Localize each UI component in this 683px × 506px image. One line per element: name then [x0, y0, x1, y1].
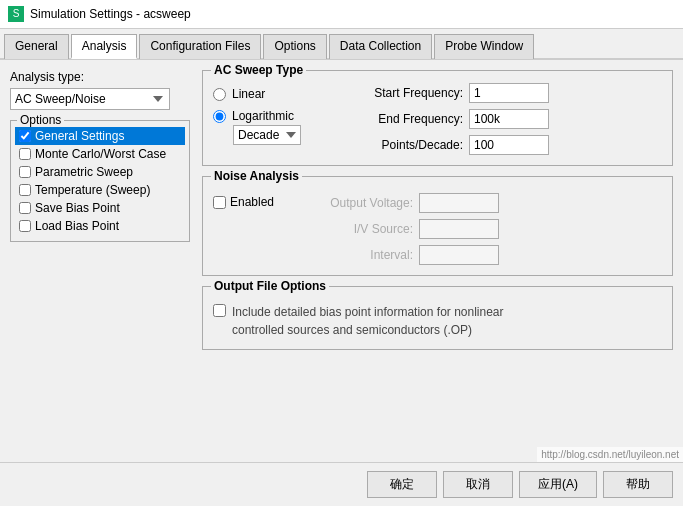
logarithmic-label: Logarithmic	[232, 109, 294, 123]
right-panel: AC Sweep Type Linear Logarithmic	[202, 70, 673, 432]
option-load-bias-point[interactable]: Load Bias Point	[15, 217, 185, 235]
ac-sweep-section: AC Sweep Type Linear Logarithmic	[202, 70, 673, 166]
decade-select[interactable]: Decade Octave	[233, 125, 301, 145]
output-file-checkbox[interactable]	[213, 304, 226, 317]
end-freq-row: End Frequency:	[353, 109, 549, 129]
points-decade-row: Points/Decade:	[353, 135, 549, 155]
tab-bar: General Analysis Configuration Files Opt…	[0, 29, 683, 60]
points-decade-input[interactable]	[469, 135, 549, 155]
help-button[interactable]: 帮助	[603, 471, 673, 498]
tab-general[interactable]: General	[4, 34, 69, 59]
ok-button[interactable]: 确定	[367, 471, 437, 498]
sweep-fields: Start Frequency: End Frequency: Points/D…	[353, 83, 549, 155]
noise-title: Noise Analysis	[211, 169, 302, 183]
output-voltage-input[interactable]	[419, 193, 499, 213]
option-load-bias-point-label: Load Bias Point	[35, 219, 119, 233]
linear-radio-item[interactable]: Linear	[213, 87, 343, 101]
option-general-settings-checkbox[interactable]	[19, 130, 31, 142]
options-group: Options General Settings Monte Carlo/Wor…	[10, 120, 190, 242]
option-load-bias-point-checkbox[interactable]	[19, 220, 31, 232]
button-bar: 确定 取消 应用(A) 帮助	[0, 462, 683, 506]
title-bar: S Simulation Settings - acsweep	[0, 0, 683, 29]
option-general-settings[interactable]: General Settings	[15, 127, 185, 145]
start-freq-row: Start Frequency:	[353, 83, 549, 103]
ac-sweep-title: AC Sweep Type	[211, 63, 306, 77]
option-parametric-sweep[interactable]: Parametric Sweep	[15, 163, 185, 181]
option-save-bias-point[interactable]: Save Bias Point	[15, 199, 185, 217]
logarithmic-radio[interactable]	[213, 110, 226, 123]
tab-options[interactable]: Options	[263, 34, 326, 59]
output-voltage-label: Output Voltage:	[323, 196, 413, 210]
option-monte-carlo-label: Monte Carlo/Worst Case	[35, 147, 166, 161]
option-general-settings-label: General Settings	[35, 129, 124, 143]
cancel-button[interactable]: 取消	[443, 471, 513, 498]
noise-enabled-wrap[interactable]: Enabled	[213, 193, 323, 265]
interval-row: Interval:	[323, 245, 662, 265]
noise-enabled-label: Enabled	[230, 195, 274, 209]
output-file-text: Include detailed bias point information …	[232, 303, 504, 339]
iv-source-input[interactable]	[419, 219, 499, 239]
output-file-section: Output File Options Include detailed bia…	[202, 286, 673, 350]
options-legend: Options	[17, 113, 64, 127]
option-temperature-sweep[interactable]: Temperature (Sweep)	[15, 181, 185, 199]
points-decade-label: Points/Decade:	[353, 138, 463, 152]
tab-probe-window[interactable]: Probe Window	[434, 34, 534, 59]
main-content: Analysis type: AC Sweep/Noise Options Ge…	[0, 60, 683, 442]
output-file-title: Output File Options	[211, 279, 329, 293]
analysis-type-select[interactable]: AC Sweep/Noise	[10, 88, 170, 110]
linear-radio[interactable]	[213, 88, 226, 101]
watermark: http://blog.csdn.net/luyileon.net	[537, 447, 683, 462]
option-save-bias-point-label: Save Bias Point	[35, 201, 120, 215]
option-monte-carlo-checkbox[interactable]	[19, 148, 31, 160]
decade-select-wrap: Decade Octave	[233, 125, 343, 145]
option-temperature-sweep-label: Temperature (Sweep)	[35, 183, 150, 197]
linear-label: Linear	[232, 87, 265, 101]
output-voltage-row: Output Voltage:	[323, 193, 662, 213]
iv-source-row: I/V Source:	[323, 219, 662, 239]
end-freq-input[interactable]	[469, 109, 549, 129]
logarithmic-radio-item[interactable]: Logarithmic	[213, 109, 343, 123]
option-save-bias-point-checkbox[interactable]	[19, 202, 31, 214]
noise-section: Noise Analysis Enabled Output Voltage: I…	[202, 176, 673, 276]
tab-data-collection[interactable]: Data Collection	[329, 34, 432, 59]
app-icon: S	[8, 6, 24, 22]
apply-button[interactable]: 应用(A)	[519, 471, 597, 498]
noise-enabled-checkbox[interactable]	[213, 196, 226, 209]
start-freq-label: Start Frequency:	[353, 86, 463, 100]
window-title: Simulation Settings - acsweep	[30, 7, 191, 21]
option-parametric-sweep-label: Parametric Sweep	[35, 165, 133, 179]
noise-content: Enabled Output Voltage: I/V Source: Inte…	[213, 193, 662, 265]
interval-label: Interval:	[323, 248, 413, 262]
tab-config-files[interactable]: Configuration Files	[139, 34, 261, 59]
end-freq-label: End Frequency:	[353, 112, 463, 126]
sweep-type-content: Linear Logarithmic Decade Octave	[213, 85, 662, 155]
interval-input[interactable]	[419, 245, 499, 265]
output-file-content: Include detailed bias point information …	[213, 303, 662, 339]
option-parametric-sweep-checkbox[interactable]	[19, 166, 31, 178]
tab-analysis[interactable]: Analysis	[71, 34, 138, 59]
start-freq-input[interactable]	[469, 83, 549, 103]
option-monte-carlo[interactable]: Monte Carlo/Worst Case	[15, 145, 185, 163]
iv-source-label: I/V Source:	[323, 222, 413, 236]
left-panel: Analysis type: AC Sweep/Noise Options Ge…	[10, 70, 190, 432]
analysis-type-label: Analysis type:	[10, 70, 190, 84]
option-temperature-sweep-checkbox[interactable]	[19, 184, 31, 196]
noise-fields: Output Voltage: I/V Source: Interval:	[323, 193, 662, 265]
sweep-radios: Linear Logarithmic	[213, 87, 343, 123]
